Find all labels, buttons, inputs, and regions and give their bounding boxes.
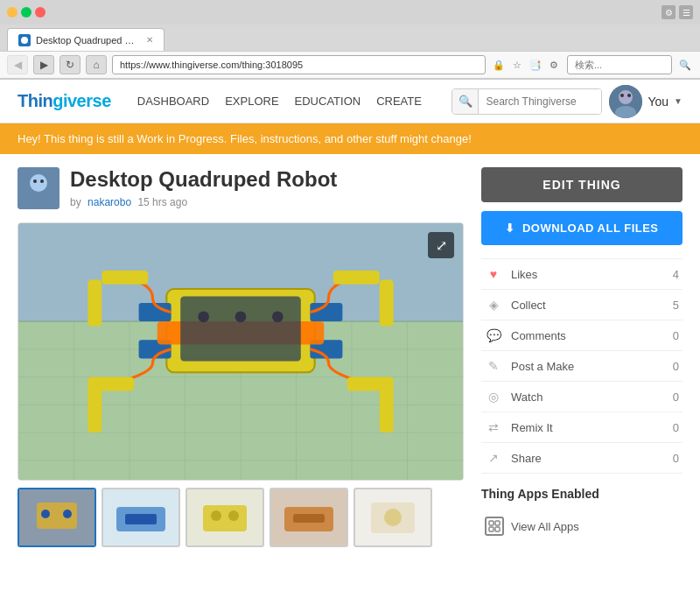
heart-icon: ♥ xyxy=(485,267,502,281)
browser-chrome: ⚙ ☰ Desktop Quadruped Robot ... ✕ ◀ ▶ ↻ … xyxy=(0,0,700,80)
right-column: EDIT THING ⬇ DOWNLOAD ALL FILES ♥ Likes … xyxy=(481,167,682,547)
url-input[interactable] xyxy=(112,55,486,74)
tab-favicon xyxy=(18,34,31,46)
user-menu[interactable]: You ▼ xyxy=(609,85,682,118)
svg-point-43 xyxy=(235,311,247,322)
thing-header: Desktop Quadruped Robot by nakarobo 15 h… xyxy=(18,167,464,209)
svg-point-44 xyxy=(272,311,284,322)
thumbnail-4[interactable] xyxy=(354,488,432,547)
svg-rect-53 xyxy=(203,505,247,531)
maximize-button[interactable] xyxy=(21,7,32,18)
minimize-button[interactable] xyxy=(7,7,18,18)
stats-list: ♥ Likes 4 ◈ Collect 5 💬 Comments 0 ✎ Pos… xyxy=(481,258,682,474)
svg-point-55 xyxy=(228,510,239,521)
svg-rect-64 xyxy=(489,527,494,531)
author-link[interactable]: nakarobo xyxy=(88,196,131,208)
browser-search-input[interactable] xyxy=(567,55,672,74)
svg-point-0 xyxy=(21,37,28,44)
home-button[interactable]: ⌂ xyxy=(86,55,107,74)
remix-icon: ⇄ xyxy=(485,420,502,434)
svg-rect-32 xyxy=(102,271,148,285)
stat-post-make[interactable]: ✎ Post a Make 0 xyxy=(481,351,682,382)
download-icon: ⬇ xyxy=(505,222,515,235)
download-button[interactable]: ⬇ DOWNLOAD ALL FILES xyxy=(481,211,682,245)
thumbnail-1[interactable] xyxy=(102,488,180,547)
nav-education[interactable]: EDUCATION xyxy=(295,91,361,111)
site-navigation: Thingiverse DASHBOARD EXPLORE EDUCATION … xyxy=(0,80,700,123)
title-bar-icons: ⚙ ☰ xyxy=(662,5,693,19)
settings-icon[interactable]: ⚙ xyxy=(662,5,676,19)
avatar xyxy=(609,85,642,118)
thumbnail-0[interactable] xyxy=(18,488,96,547)
stat-comments[interactable]: 💬 Comments 0 xyxy=(481,320,682,351)
main-image xyxy=(18,223,463,480)
close-button[interactable] xyxy=(35,7,46,18)
active-tab[interactable]: Desktop Quadruped Robot ... ✕ xyxy=(7,28,164,51)
left-column: Desktop Quadruped Robot by nakarobo 15 h… xyxy=(18,167,464,547)
apps-section-title: Thing Apps Enabled xyxy=(481,487,682,501)
svg-rect-41 xyxy=(180,297,301,362)
svg-point-10 xyxy=(40,179,44,183)
eye-icon: ◎ xyxy=(485,390,502,404)
search-icon[interactable]: 🔍 xyxy=(677,57,693,73)
apps-icon xyxy=(485,517,504,536)
svg-point-54 xyxy=(211,510,221,521)
nav-dashboard[interactable]: DASHBOARD xyxy=(137,91,209,111)
view-all-apps-button[interactable]: View All Apps xyxy=(481,510,682,543)
back-button[interactable]: ◀ xyxy=(7,55,28,74)
settings-icon[interactable]: ⚙ xyxy=(546,57,562,73)
page-content: Thingiverse DASHBOARD EXPLORE EDUCATION … xyxy=(0,80,700,605)
svg-rect-62 xyxy=(489,521,494,525)
svg-rect-33 xyxy=(88,279,102,326)
stat-watch[interactable]: ◎ Watch 0 xyxy=(481,382,682,412)
svg-point-61 xyxy=(384,509,402,526)
edit-icon: ✎ xyxy=(485,359,502,373)
refresh-button[interactable]: ↻ xyxy=(60,55,80,74)
svg-rect-51 xyxy=(125,514,157,524)
dropdown-arrow-icon: ▼ xyxy=(674,96,682,106)
thumbnail-2[interactable] xyxy=(186,488,264,547)
expand-button[interactable]: ⤢ xyxy=(428,232,454,258)
star-icon[interactable]: ☆ xyxy=(509,57,525,73)
stat-remix[interactable]: ⇄ Remix It 0 xyxy=(481,412,682,443)
menu-icon[interactable]: ☰ xyxy=(679,5,693,19)
svg-point-47 xyxy=(41,510,50,518)
nav-explore[interactable]: EXPLORE xyxy=(225,91,278,111)
nav-search-area: 🔍 You ▼ xyxy=(452,85,682,118)
bookmark-icon[interactable]: 📑 xyxy=(528,57,543,73)
nav-create[interactable]: CREATE xyxy=(376,91,422,111)
svg-point-5 xyxy=(627,94,631,97)
tab-close-button[interactable]: ✕ xyxy=(146,35,153,45)
thumbnails xyxy=(18,488,464,547)
svg-point-2 xyxy=(619,90,633,104)
svg-point-48 xyxy=(63,510,72,518)
svg-rect-37 xyxy=(88,386,102,433)
forward-button[interactable]: ▶ xyxy=(33,55,54,74)
stat-collect[interactable]: ◈ Collect 5 xyxy=(481,290,682,320)
edit-thing-button[interactable]: EDIT THING xyxy=(481,167,682,202)
stat-share[interactable]: ↗ Share 0 xyxy=(481,443,682,474)
user-name: You xyxy=(648,95,668,109)
tab-title: Desktop Quadruped Robot ... xyxy=(36,35,141,46)
wip-banner: Hey! This thing is still a Work in Progr… xyxy=(0,123,700,154)
svg-rect-63 xyxy=(495,521,500,525)
svg-rect-35 xyxy=(380,279,394,326)
lock-icon: 🔒 xyxy=(491,57,507,73)
thumbnail-3[interactable] xyxy=(270,488,348,547)
tab-bar: Desktop Quadruped Robot ... ✕ xyxy=(0,25,700,51)
comment-icon: 💬 xyxy=(485,328,502,342)
stat-likes[interactable]: ♥ Likes 4 xyxy=(481,259,682,290)
address-bar: ◀ ▶ ↻ ⌂ 🔒 ☆ 📑 ⚙ 🔍 xyxy=(0,51,700,79)
svg-rect-34 xyxy=(333,271,380,285)
site-logo[interactable]: Thingiverse xyxy=(18,91,111,111)
thing-avatar xyxy=(18,167,60,209)
search-input[interactable] xyxy=(479,88,601,115)
thing-info: Desktop Quadruped Robot by nakarobo 15 h… xyxy=(70,167,337,208)
svg-point-4 xyxy=(620,94,624,97)
svg-rect-39 xyxy=(380,386,394,433)
main-image-container: ⤢ xyxy=(18,222,464,481)
address-icons: 🔒 ☆ 📑 ⚙ xyxy=(491,57,562,73)
svg-point-8 xyxy=(30,174,47,192)
search-box: 🔍 xyxy=(452,88,602,115)
share-icon: ↗ xyxy=(485,451,502,465)
